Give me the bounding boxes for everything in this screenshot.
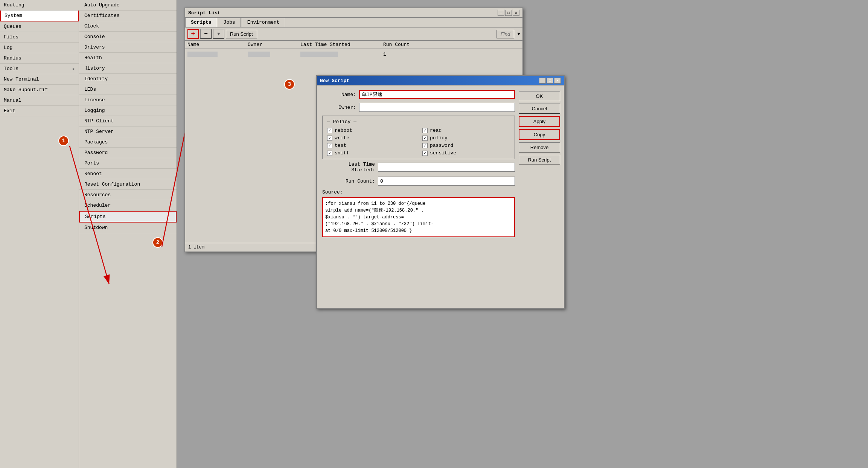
- table-body: 1: [185, 49, 522, 61]
- sidebar-item-radius[interactable]: Radius: [0, 53, 79, 64]
- name-row: Name:: [322, 90, 515, 99]
- ns-close-btn[interactable]: ✕: [554, 78, 561, 84]
- menu-reset-config[interactable]: Reset Configuration: [79, 179, 177, 190]
- remove-button[interactable]: Remove: [519, 142, 560, 152]
- menu-auto-upgrade[interactable]: Auto Upgrade: [79, 0, 177, 11]
- col-last-time: Last Time Started: [300, 42, 383, 47]
- badge-3: 3: [284, 79, 295, 90]
- table-header: Name Owner Last Time Started Run Count: [185, 41, 522, 49]
- col-owner: Owner: [248, 42, 300, 47]
- ns-maximize-btn[interactable]: □: [547, 78, 553, 84]
- policy-sniff: sniff: [327, 150, 415, 156]
- checkbox-sensitive[interactable]: [422, 151, 428, 156]
- menu-shutdown[interactable]: Shutdown: [79, 223, 177, 233]
- sidebar-item-make-supout[interactable]: Make Supout.rif: [0, 85, 79, 95]
- policy-read: read: [422, 128, 510, 133]
- policy-test: test: [327, 143, 415, 148]
- sidebar-item-system[interactable]: System: [0, 10, 79, 21]
- label-test: test: [335, 143, 346, 148]
- minimize-btn[interactable]: _: [498, 10, 504, 16]
- table-row[interactable]: 1: [187, 50, 520, 59]
- script-list-title: Script List: [188, 10, 221, 16]
- last-time-input[interactable]: [378, 163, 515, 172]
- menu-health[interactable]: Health: [79, 53, 177, 63]
- menu-ports[interactable]: Ports: [79, 158, 177, 169]
- policy-box: — Policy — reboot read write policy: [322, 116, 515, 159]
- policy-password: password: [422, 143, 510, 148]
- ns-minimize-btn[interactable]: _: [539, 78, 546, 84]
- name-label: Name:: [322, 92, 356, 98]
- last-time-row: Last Time Started:: [322, 162, 515, 173]
- checkbox-password[interactable]: [422, 143, 428, 148]
- maximize-btn[interactable]: □: [505, 10, 512, 16]
- owner-input[interactable]: [359, 103, 515, 112]
- chevron-right-icon: ▶: [73, 67, 75, 71]
- apply-button[interactable]: Apply: [519, 116, 560, 127]
- tab-environment[interactable]: Environment: [242, 18, 285, 27]
- source-input[interactable]: :for xiansu from 11 to 230 do={/queuesim…: [322, 197, 515, 237]
- tab-scripts[interactable]: Scripts: [185, 18, 217, 27]
- menu-license[interactable]: License: [79, 95, 177, 105]
- label-policy: policy: [430, 135, 448, 141]
- checkbox-reboot[interactable]: [327, 128, 332, 133]
- label-read: read: [430, 128, 442, 133]
- name-input[interactable]: [359, 90, 515, 99]
- menu-scripts-active[interactable]: Scripts: [79, 211, 177, 223]
- sidebar-item-queues[interactable]: Queues: [0, 21, 79, 32]
- owner-label: Owner:: [322, 105, 356, 110]
- sidebar-item-manual[interactable]: Manual: [0, 95, 79, 106]
- run-count-input[interactable]: [378, 177, 515, 186]
- badge-2: 2: [152, 237, 163, 248]
- find-button[interactable]: Find: [496, 30, 514, 38]
- ok-button[interactable]: OK: [519, 91, 560, 101]
- menu-packages[interactable]: Packages: [79, 137, 177, 148]
- source-section: Source: :for xiansu from 11 to 230 do={/…: [322, 189, 515, 237]
- sidebar-item-exit[interactable]: Exit: [0, 106, 79, 116]
- copy-button[interactable]: Copy: [519, 129, 560, 140]
- label-sensitive: sensitive: [430, 150, 456, 156]
- menu-reboot[interactable]: Reboot: [79, 169, 177, 179]
- remove-script-button[interactable]: −: [200, 29, 212, 39]
- tabs-bar: Scripts Jobs Environment: [185, 18, 522, 27]
- close-btn[interactable]: ✕: [513, 10, 519, 16]
- menu-leds[interactable]: LEDs: [79, 84, 177, 95]
- checkbox-write[interactable]: [327, 136, 332, 141]
- sidebar-item-log[interactable]: Log: [0, 43, 79, 53]
- policy-policy: policy: [422, 135, 510, 141]
- dropdown-arrow[interactable]: ▼: [517, 31, 520, 37]
- menu-resources[interactable]: Resources: [79, 190, 177, 200]
- checkbox-sniff[interactable]: [327, 151, 332, 156]
- script-list-titlebar: Script List _ □ ✕: [185, 8, 522, 18]
- menu-password[interactable]: Password: [79, 148, 177, 158]
- sidebar: Routing System Queues Files Log Radius T…: [0, 0, 79, 468]
- run-script-button[interactable]: Run Script: [226, 30, 257, 38]
- checkbox-read[interactable]: [422, 128, 428, 133]
- menu-history[interactable]: History: [79, 63, 177, 74]
- sidebar-item-new-terminal[interactable]: New Terminal: [0, 74, 79, 85]
- tab-jobs[interactable]: Jobs: [218, 18, 241, 27]
- menu-identity[interactable]: Identity: [79, 74, 177, 84]
- checkbox-test[interactable]: [327, 143, 332, 148]
- new-script-titlebar: New Script _ □ ✕: [317, 76, 564, 85]
- new-script-title: New Script: [320, 78, 349, 84]
- menu-certificates[interactable]: Certificates: [79, 11, 177, 21]
- sidebar-item-tools[interactable]: Tools▶: [0, 64, 79, 74]
- cancel-button[interactable]: Cancel: [519, 104, 560, 114]
- routing-label: Routing: [0, 0, 79, 11]
- col-run-count: Run Count: [383, 42, 428, 47]
- owner-row: Owner:: [322, 103, 515, 112]
- checkbox-policy[interactable]: [422, 136, 428, 141]
- menu-console[interactable]: Console: [79, 32, 177, 42]
- menu-clock[interactable]: Clock: [79, 21, 177, 32]
- menu-ntp-client[interactable]: NTP Client: [79, 116, 177, 127]
- filter-button[interactable]: ▼: [213, 29, 224, 39]
- run-script-ns-button[interactable]: Run Script: [519, 155, 560, 165]
- menu-drivers[interactable]: Drivers: [79, 42, 177, 53]
- item-count: 1 item: [188, 245, 204, 250]
- menu-scheduler[interactable]: Scheduler: [79, 200, 177, 211]
- menu-ntp-server[interactable]: NTP Server: [79, 127, 177, 137]
- add-script-button[interactable]: +: [187, 29, 199, 39]
- menu-logging[interactable]: Logging: [79, 105, 177, 116]
- sidebar-item-files[interactable]: Files: [0, 32, 79, 43]
- ns-right-buttons: OK Cancel Apply Copy Remove Run Script: [519, 91, 560, 165]
